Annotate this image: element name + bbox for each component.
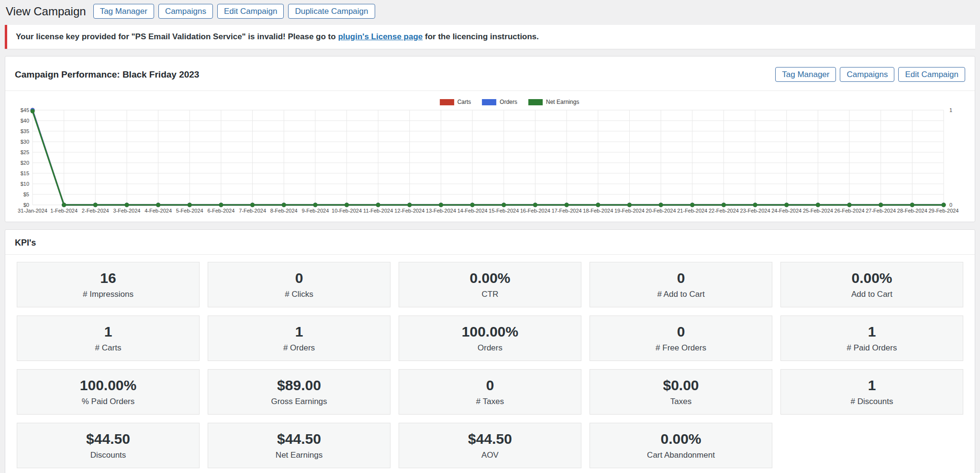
performance-chart-svg: $0$5$10$15$20$25$30$35$40$451031-Jan-202… bbox=[14, 93, 966, 218]
kpi-card-net-earnings: $44.50 Net Earnings bbox=[208, 423, 390, 468]
svg-text:$45: $45 bbox=[21, 107, 29, 113]
svg-text:13-Feb-2024: 13-Feb-2024 bbox=[426, 208, 456, 214]
chart-body: CartsOrdersNet Earnings $0$5$10$15$20$25… bbox=[5, 91, 975, 222]
panel-edit-campaign-button[interactable]: Edit Campaign bbox=[898, 67, 965, 82]
svg-text:$30: $30 bbox=[21, 139, 29, 145]
svg-text:18-Feb-2024: 18-Feb-2024 bbox=[583, 208, 613, 214]
legend-label: Carts bbox=[457, 99, 471, 105]
kpi-label: Gross Earnings bbox=[271, 397, 327, 406]
kpi-card-cart-abandonment: 0.00% Cart Abandonment bbox=[590, 423, 772, 468]
kpi-value: 0 bbox=[486, 377, 494, 394]
svg-text:11-Feb-2024: 11-Feb-2024 bbox=[363, 208, 393, 214]
panel-tag-manager-button[interactable]: Tag Manager bbox=[775, 67, 836, 82]
kpi-label: AOV bbox=[481, 450, 499, 460]
legend-swatch bbox=[440, 99, 454, 105]
kpi-value: 100.00% bbox=[80, 377, 136, 394]
kpi-grid: 16 # Impressions 0 # Clicks 0.00% CTR 0 … bbox=[5, 255, 975, 473]
legend-swatch bbox=[528, 99, 543, 105]
duplicate-campaign-button[interactable]: Duplicate Campaign bbox=[288, 4, 375, 19]
campaign-performance-panel: Campaign Performance: Black Friday 2023 … bbox=[5, 56, 975, 222]
svg-text:$5: $5 bbox=[23, 191, 29, 197]
kpi-card-taxes: $0.00 Taxes bbox=[590, 369, 772, 415]
svg-text:$0: $0 bbox=[23, 202, 29, 208]
svg-text:8-Feb-2024: 8-Feb-2024 bbox=[270, 208, 298, 214]
campaign-performance-header: Campaign Performance: Black Friday 2023 … bbox=[5, 56, 975, 91]
svg-text:19-Feb-2024: 19-Feb-2024 bbox=[614, 208, 645, 214]
series-carts bbox=[31, 108, 946, 207]
kpi-label: # Clicks bbox=[285, 290, 313, 299]
svg-text:5-Feb-2024: 5-Feb-2024 bbox=[176, 208, 203, 214]
kpi-card-paid-orders-rate: 100.00% % Paid Orders bbox=[17, 369, 200, 415]
kpi-value: $89.00 bbox=[277, 377, 321, 394]
kpi-card-impressions: 16 # Impressions bbox=[17, 262, 200, 307]
kpi-value: 1 bbox=[868, 377, 876, 394]
svg-text:$10: $10 bbox=[21, 181, 29, 187]
svg-text:10-Feb-2024: 10-Feb-2024 bbox=[332, 208, 362, 214]
svg-text:1-Feb-2024: 1-Feb-2024 bbox=[50, 208, 78, 214]
svg-text:26-Feb-2024: 26-Feb-2024 bbox=[835, 208, 865, 214]
kpi-value: 0.00% bbox=[851, 270, 892, 286]
legend-item-carts: Carts bbox=[440, 99, 471, 105]
kpi-value: 0 bbox=[295, 270, 303, 286]
legend-swatch bbox=[482, 99, 496, 105]
svg-text:27-Feb-2024: 27-Feb-2024 bbox=[866, 208, 896, 214]
kpi-value: 0.00% bbox=[469, 270, 510, 286]
kpi-value: 0 bbox=[677, 324, 685, 340]
kpi-label: # Orders bbox=[283, 343, 315, 353]
kpi-card-aov: $44.50 AOV bbox=[399, 423, 581, 468]
svg-text:9-Feb-2024: 9-Feb-2024 bbox=[301, 208, 329, 214]
kpi-card-ctr: 0.00% CTR bbox=[399, 262, 581, 307]
svg-text:4-Feb-2024: 4-Feb-2024 bbox=[145, 208, 172, 214]
kpi-card-orders: 1 # Orders bbox=[208, 315, 390, 361]
svg-text:25-Feb-2024: 25-Feb-2024 bbox=[803, 208, 833, 214]
svg-text:31-Jan-2024: 31-Jan-2024 bbox=[18, 208, 47, 214]
kpi-panel: KPI's 16 # Impressions 0 # Clicks 0.00% … bbox=[5, 229, 975, 473]
svg-text:7-Feb-2024: 7-Feb-2024 bbox=[239, 208, 266, 214]
left-axis-labels: $0$5$10$15$20$25$30$35$40$45 bbox=[21, 107, 29, 208]
svg-text:28-Feb-2024: 28-Feb-2024 bbox=[897, 208, 927, 214]
tag-manager-button[interactable]: Tag Manager bbox=[93, 4, 154, 19]
svg-text:3-Feb-2024: 3-Feb-2024 bbox=[113, 208, 141, 214]
svg-text:$40: $40 bbox=[21, 118, 29, 124]
kpi-value: $44.50 bbox=[86, 431, 130, 447]
svg-text:16-Feb-2024: 16-Feb-2024 bbox=[520, 208, 550, 214]
campaigns-button[interactable]: Campaigns bbox=[158, 4, 213, 19]
kpi-value: $44.50 bbox=[468, 431, 512, 447]
kpi-value: 100.00% bbox=[462, 324, 518, 340]
kpi-label: Taxes bbox=[670, 397, 691, 406]
kpi-label: # Taxes bbox=[476, 397, 504, 406]
svg-text:23-Feb-2024: 23-Feb-2024 bbox=[740, 208, 770, 214]
kpi-value: $44.50 bbox=[277, 431, 321, 447]
legend-label: Orders bbox=[500, 99, 517, 105]
svg-text:$25: $25 bbox=[21, 149, 29, 155]
svg-text:22-Feb-2024: 22-Feb-2024 bbox=[709, 208, 739, 214]
edit-campaign-button[interactable]: Edit Campaign bbox=[217, 4, 284, 19]
kpi-value: 1 bbox=[295, 324, 303, 340]
kpi-label: # Discounts bbox=[851, 397, 893, 406]
campaign-performance-title: Campaign Performance: Black Friday 2023 bbox=[15, 69, 199, 80]
svg-text:20-Feb-2024: 20-Feb-2024 bbox=[646, 208, 676, 214]
svg-text:$35: $35 bbox=[21, 128, 29, 134]
kpi-value: 16 bbox=[100, 270, 116, 286]
kpi-card-orders-rate: 100.00% Orders bbox=[399, 315, 581, 361]
kpi-value: 0.00% bbox=[660, 431, 701, 447]
page-title: View Campaign bbox=[6, 5, 86, 18]
svg-text:21-Feb-2024: 21-Feb-2024 bbox=[677, 208, 707, 214]
svg-text:1: 1 bbox=[949, 107, 952, 113]
kpi-label: Orders bbox=[478, 343, 502, 353]
kpi-label: # Add to Cart bbox=[657, 290, 704, 299]
kpi-label: # Free Orders bbox=[656, 343, 706, 353]
kpi-value: 0 bbox=[677, 270, 685, 286]
legend-label: Net Earnings bbox=[546, 99, 579, 105]
kpi-value: 1 bbox=[104, 324, 112, 340]
license-page-link[interactable]: plugin's License page bbox=[338, 32, 423, 41]
kpi-value: $0.00 bbox=[663, 377, 699, 394]
notice-text-before: Your license key provided for "PS Email … bbox=[16, 32, 338, 41]
kpi-label: CTR bbox=[482, 290, 499, 299]
notice-text-after: for the licencing instructions. bbox=[423, 32, 539, 41]
svg-text:$20: $20 bbox=[21, 160, 29, 166]
panel-campaigns-button[interactable]: Campaigns bbox=[840, 67, 894, 82]
kpi-card-clicks: 0 # Clicks bbox=[208, 262, 390, 307]
panel-actions: Tag Manager Campaigns Edit Campaign bbox=[775, 67, 965, 82]
kpi-label: Cart Abandonment bbox=[647, 450, 715, 460]
